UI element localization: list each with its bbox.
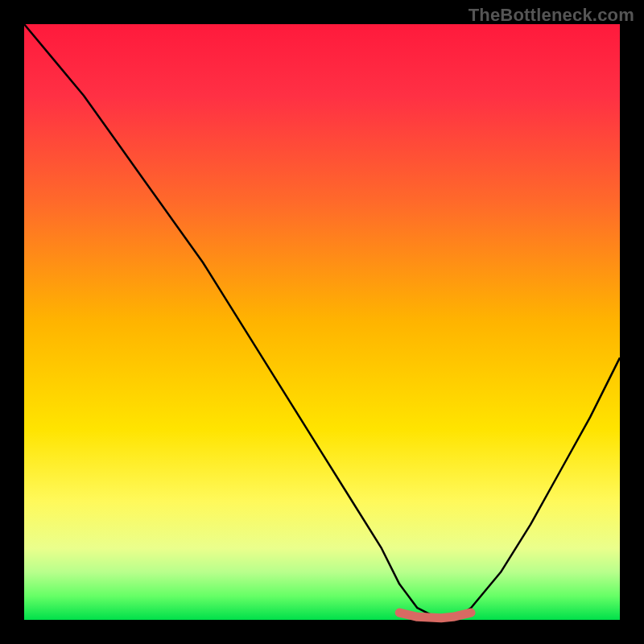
gradient-background [24, 24, 620, 620]
watermark-text: TheBottleneck.com [469, 5, 634, 26]
bottleneck-chart [0, 0, 644, 644]
chart-stage: TheBottleneck.com [0, 0, 644, 644]
optimal-range-marker [399, 613, 471, 618]
